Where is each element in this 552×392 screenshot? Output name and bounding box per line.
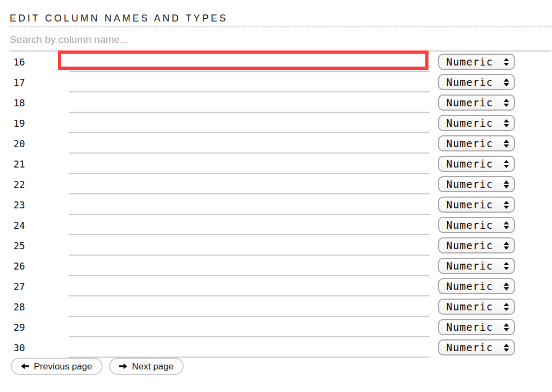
column-index: 16 [10,56,69,68]
up-down-arrows-icon [504,221,509,229]
column-name-cell [69,296,430,317]
column-name-input[interactable] [69,197,430,215]
column-type-select[interactable]: Numeric [438,135,515,151]
column-index: 20 [10,138,69,149]
page-title: EDIT COLUMN NAMES AND TYPES [10,13,551,27]
edit-columns-panel: EDIT COLUMN NAMES AND TYPES 16 Numeric 1… [0,13,552,375]
selected-type-label: Numeric [446,260,493,272]
search-input[interactable] [10,31,551,52]
selected-type-label: Numeric [446,239,493,251]
column-name-input[interactable] [69,115,430,133]
column-type-select[interactable]: Numeric [438,54,515,70]
up-down-arrows-icon [504,262,509,270]
column-type-select[interactable]: Numeric [438,95,515,111]
column-name-cell [69,92,430,113]
column-index: 28 [10,301,69,313]
column-index: 18 [10,97,69,108]
up-down-arrows-icon [504,344,509,352]
column-row: 23 Numeric [10,194,551,215]
column-name-cell [69,337,430,358]
column-name-input[interactable] [69,237,430,256]
column-name-cell [69,215,430,235]
column-type-select[interactable]: Numeric [438,176,515,192]
column-name-input[interactable] [69,339,430,358]
up-down-arrows-icon [504,78,509,86]
up-down-arrows-icon [504,99,509,107]
column-type-select[interactable]: Numeric [438,237,515,253]
selected-type-label: Numeric [446,342,493,353]
selected-type-label: Numeric [446,117,493,129]
right-arrow-icon [119,362,127,370]
column-name-input[interactable] [69,74,430,92]
column-type-select[interactable]: Numeric [438,319,515,335]
up-down-arrows-icon [504,140,509,148]
up-down-arrows-icon [504,180,509,188]
next-page-label: Next page [132,362,174,371]
column-name-input[interactable] [69,278,430,296]
selected-type-label: Numeric [446,219,493,231]
column-name-input[interactable] [69,95,430,113]
selected-type-label: Numeric [446,158,493,170]
column-type-select[interactable]: Numeric [438,258,515,274]
selected-type-label: Numeric [446,301,493,313]
up-down-arrows-icon [504,242,509,250]
column-name-cell [69,235,430,256]
column-row: 26 Numeric [10,256,551,276]
column-index: 29 [10,322,69,333]
column-row: 30 Numeric [10,337,551,358]
selected-type-label: Numeric [446,321,493,333]
column-name-input[interactable] [69,299,430,317]
column-index: 21 [10,158,69,170]
column-name-input[interactable] [69,319,430,337]
column-rows-list: 16 Numeric 17 Numeric 18 Numeric [10,52,551,358]
selected-type-label: Numeric [446,199,493,210]
next-page-button[interactable]: Next page [109,358,184,375]
column-name-cell [69,72,430,92]
column-type-select[interactable]: Numeric [438,299,515,315]
column-name-input[interactable] [69,156,430,174]
column-index: 19 [10,118,69,129]
previous-page-button[interactable]: Previous page [11,358,103,375]
column-row: 25 Numeric [10,235,551,256]
pagination: Previous page Next page [11,358,551,375]
column-row: 22 Numeric [10,174,551,194]
column-index: 30 [10,342,69,353]
column-type-select[interactable]: Numeric [438,278,515,294]
previous-page-label: Previous page [34,362,92,371]
column-row: 18 Numeric [10,92,551,113]
column-row: 20 Numeric [10,133,551,154]
up-down-arrows-icon [504,282,509,291]
selected-type-label: Numeric [446,280,493,292]
column-type-select[interactable]: Numeric [438,115,515,131]
column-name-input[interactable] [69,176,430,194]
column-type-select[interactable]: Numeric [438,339,515,355]
selected-type-label: Numeric [446,137,493,149]
up-down-arrows-icon [504,323,509,331]
column-index: 24 [10,220,69,231]
column-name-input[interactable] [69,54,430,72]
selected-type-label: Numeric [446,178,493,190]
column-type-select[interactable]: Numeric [438,197,515,213]
column-index: 25 [10,240,69,251]
column-type-select[interactable]: Numeric [438,74,515,90]
column-name-input[interactable] [69,258,430,276]
column-name-cell [69,276,430,296]
column-type-select[interactable]: Numeric [438,156,515,172]
column-name-cell [69,133,430,154]
column-row: 16 Numeric [10,52,551,72]
column-type-select[interactable]: Numeric [438,217,515,233]
column-row: 29 Numeric [10,317,551,337]
column-name-cell [69,256,430,276]
left-arrow-icon [21,362,29,370]
selected-type-label: Numeric [446,76,493,88]
up-down-arrows-icon [504,201,509,209]
column-name-input[interactable] [69,135,430,154]
column-name-cell [69,154,430,174]
column-name-cell [69,52,430,72]
up-down-arrows-icon [504,119,509,127]
column-index: 17 [10,77,69,88]
column-row: 21 Numeric [10,154,551,174]
column-name-input[interactable] [69,217,430,235]
up-down-arrows-icon [504,303,509,311]
column-row: 24 Numeric [10,215,551,235]
